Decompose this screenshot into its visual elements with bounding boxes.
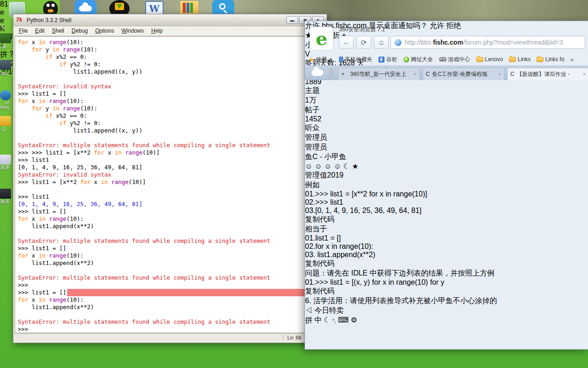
bookmark-links-fo[interactable]: Links fo	[537, 56, 564, 63]
copy-code-link[interactable]: 复制代码	[305, 259, 588, 269]
browser-bottom-bar: ◁ 今日特卖	[305, 306, 588, 316]
idle-status-bar: Ln: 68	[15, 334, 325, 342]
browser-window: e 360安全浏览器 7.1 ← ⟳ ⌂ http://bbs.fishc.co…	[305, 21, 588, 350]
360-browser-icon: e	[0, 17, 4, 24]
tk-logo-icon: 7k	[16, 17, 24, 23]
menu-edit[interactable]: Edit	[31, 28, 48, 34]
desktop-icon-contacts1[interactable]	[0, 155, 11, 165]
bookmarks-overflow[interactable]: »	[570, 56, 573, 63]
idle-code-line: for x in range(10):	[18, 98, 322, 105]
desktop-icon-label: 联系	[0, 199, 10, 205]
menu-file[interactable]: File	[15, 28, 31, 34]
bookmark-links[interactable]: Links	[509, 56, 531, 63]
address-bar[interactable]: http://bbs.fishc.com/forum.php?mod=viewt…	[390, 36, 585, 49]
desktop-icon-360[interactable]	[0, 33, 11, 43]
bookmark-gamecenter[interactable]: 游戏中心	[439, 56, 470, 63]
tab-fishc-home[interactable]: C 鱼C工作室-免费编程视 ×	[423, 68, 504, 80]
star-icon: ★	[309, 56, 314, 63]
idle-code-line: if y%2 != 0:	[18, 120, 322, 127]
desktop-icon-q[interactable]	[0, 116, 11, 126]
bookmark-mobile-favs[interactable]: 手机收藏夹	[339, 56, 373, 63]
admin-score: 管理值2019	[305, 171, 588, 180]
collapse-arrow-icon[interactable]: ◁	[305, 306, 312, 314]
copy-code-link[interactable]: 复制代码	[305, 287, 588, 296]
allow-button[interactable]: 允许	[430, 22, 444, 29]
star-icon: ★	[352, 162, 358, 170]
admin-ribbon: 管理员	[305, 133, 588, 143]
code-line: 02.>>> list1	[305, 198, 588, 207]
copy-code-link[interactable]: 复制代码	[305, 215, 588, 224]
idle-code-line: for x in range(10):	[18, 252, 322, 259]
idle-code-line: SyntaxError: invalid syntax	[18, 83, 322, 90]
desktop-icon-label: 36	[1, 44, 6, 49]
tab-close-icon[interactable]: ×	[414, 71, 417, 77]
tab-homework-active[interactable]: C 【新提醒】课后作业 - ×	[507, 68, 588, 80]
tab-close-icon[interactable]: ×	[583, 71, 586, 77]
ime-keyboard-icon[interactable]: ⌨	[338, 316, 349, 324]
idle-code-line: >>> list1 = []	[18, 208, 322, 215]
idle-code-line	[18, 134, 322, 142]
desktop-icon-contacts2[interactable]	[0, 189, 11, 199]
idle-code-line: for y in range(10):	[18, 46, 322, 53]
code-block: 01.>>> list1 = [x**2 for x in range(10)]…	[305, 190, 588, 224]
bookmark-lenovo[interactable]: Lenovo	[476, 56, 503, 63]
idle-code-line: list1.append(x**2)	[18, 259, 322, 267]
stat-posts[interactable]: 1万帖子	[305, 96, 588, 115]
moon-icon: ☾	[343, 162, 350, 170]
ime-logo-icon[interactable]: 拼	[305, 316, 312, 324]
back-button[interactable]: ←	[339, 36, 354, 49]
idle-code-line: list1.append(x**2)	[18, 304, 322, 311]
ime-toolbar: 拼 中 ☾ °, ⌨ ⚙	[305, 316, 588, 325]
menu-options[interactable]: Options	[91, 28, 118, 34]
bookmark-google[interactable]: 8谷歌	[379, 56, 397, 63]
idle-code-line	[18, 311, 322, 318]
google-8-icon: 8	[379, 57, 384, 63]
code-block: 01.>>> list1 = [(x, y) for x in range(10…	[305, 278, 588, 296]
mobile-icon[interactable]	[329, 69, 334, 77]
idle-code-line: [0, 1, 4, 9, 16, 25, 36, 49, 64, 81]	[18, 164, 322, 171]
refresh-button[interactable]: ⟳	[356, 36, 371, 49]
minimize-button[interactable]: ▬	[286, 16, 298, 24]
tab-360nav[interactable]: + 360导航_新一代安全上 ×	[338, 68, 420, 80]
tab-fishc-icon: C	[510, 71, 514, 77]
cloud-sync-icon[interactable]	[311, 69, 323, 76]
desktop-icon-iwa[interactable]	[0, 60, 11, 70]
desktop-icon-label: 联系	[0, 165, 10, 171]
code-line: 03.[0, 1, 4, 9, 16, 25, 36, 49, 64, 81]	[305, 207, 588, 215]
bookmark-navsite[interactable]: +网址大全	[403, 56, 433, 63]
idle-code[interactable]: for x in range(10): for y in range(10): …	[15, 36, 325, 333]
post-question: 问题：请先在 IDLE 中获得下边列表的结果，并按照上方例	[305, 269, 588, 278]
idle-code-line: >>> list1 = []	[18, 245, 322, 252]
code-line: 02.for x in range(10):	[305, 242, 588, 251]
idle-code-line: SyntaxError: invalid syntax	[18, 171, 322, 178]
idle-title-bar[interactable]: 7k Python 3.3.2 Shell ▬ ▣ ✕	[13, 14, 327, 26]
idle-code-line: SyntaxError: multiple statements found w…	[18, 274, 322, 282]
ime-halfmoon-icon[interactable]: ☾	[324, 316, 330, 324]
bookmark-favorites[interactable]: ★收藏▼	[309, 56, 333, 63]
idle-code-line: SyntaxError: multiple statements found w…	[18, 142, 322, 149]
stat-threads[interactable]: 1889主题	[305, 78, 588, 96]
daily-deal-link[interactable]: 今日特卖	[314, 306, 344, 314]
menu-help[interactable]: Help	[147, 28, 166, 34]
tray-ime-icon[interactable]: 拼	[0, 50, 7, 58]
plus-circle-icon: +	[403, 57, 409, 63]
tab-close-icon[interactable]: ×	[498, 71, 501, 77]
idle-code-line: >>> >>> list1 = [x**2 for x in range(10)…	[18, 149, 322, 156]
post-equiv: 相当于	[305, 224, 588, 234]
home-button[interactable]: ⌂	[374, 36, 389, 49]
ime-settings-icon[interactable]: ⚙	[351, 316, 357, 324]
smiley-icon: ☺	[334, 162, 341, 170]
menu-windows[interactable]: Windows	[118, 28, 148, 34]
smiley-icon: ☺	[324, 162, 332, 170]
ime-punct-icon[interactable]: °,	[333, 318, 336, 323]
deny-button[interactable]: 拒绝	[447, 22, 461, 29]
menu-debug[interactable]: Debug	[68, 28, 91, 34]
phone-icon	[339, 57, 343, 63]
menu-shell[interactable]: Shell	[48, 28, 68, 34]
idle-code-line: for x in range(10):	[18, 215, 322, 223]
ime-chinese-toggle[interactable]: 中	[314, 316, 322, 324]
stat-followers[interactable]: 1452听众	[305, 115, 588, 133]
idle-window: 7k Python 3.3.2 Shell ▬ ▣ ✕ File Edit Sh…	[13, 14, 327, 343]
desktop-icon-realplayer[interactable]	[0, 90, 11, 100]
url-text: http://bbs.fishc.com/forum.php?mod=viewt…	[405, 39, 563, 46]
